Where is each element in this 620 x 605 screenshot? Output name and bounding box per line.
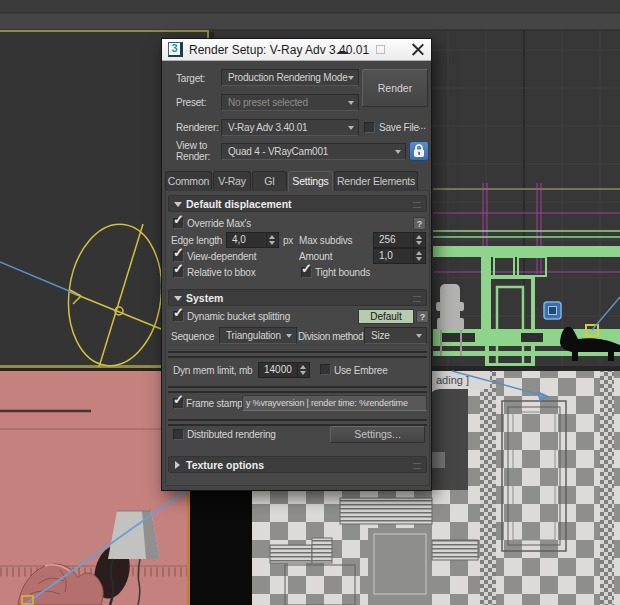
- check-icon: ✓: [173, 245, 184, 260]
- relative-to-bbox-checkbox[interactable]: ✓: [173, 267, 184, 278]
- rollout-title: Default displacement: [186, 198, 292, 210]
- rollout-texture-options[interactable]: Texture options: [168, 456, 427, 473]
- target-label: Target:: [176, 73, 205, 84]
- spinner-value: 14000: [264, 364, 292, 375]
- view-to-render-label-1: View to: [176, 140, 207, 151]
- override-maxs-checkbox[interactable]: ✓: [173, 218, 184, 229]
- close-button[interactable]: [405, 39, 431, 60]
- chevron-right-icon: [175, 461, 180, 469]
- maximize-button[interactable]: [368, 39, 394, 60]
- spinner-value: 256: [379, 234, 396, 245]
- viewport-bottom-left[interactable]: [0, 371, 188, 605]
- help-button[interactable]: ?: [416, 310, 429, 323]
- spinner-buttons[interactable]: [297, 363, 308, 377]
- spinner-buttons[interactable]: [413, 233, 424, 247]
- spin-down-icon: [269, 241, 275, 245]
- frame-stamp-checkbox[interactable]: ✓: [173, 398, 184, 409]
- spinner-buttons[interactable]: [266, 233, 277, 247]
- minimize-button[interactable]: [330, 39, 356, 60]
- minimize-icon: [338, 52, 348, 54]
- save-file-checkbox[interactable]: [364, 122, 375, 133]
- preset-label: Preset:: [176, 97, 206, 108]
- chevron-down-icon: [174, 296, 182, 301]
- save-file-label: Save File: [379, 122, 419, 133]
- chevron-down-icon: [348, 76, 354, 80]
- renderer-label: Renderer:: [176, 122, 219, 133]
- default-button[interactable]: Default: [358, 309, 414, 324]
- spin-up-icon: [300, 365, 306, 369]
- 3dsmax-logo-icon: 3: [168, 42, 183, 57]
- divider: [168, 386, 427, 393]
- checker-jamb-strip: [480, 371, 496, 605]
- rollout-default-displacement[interactable]: Default displacement: [168, 195, 427, 212]
- dyn-mem-spinner[interactable]: 14000: [258, 362, 310, 378]
- use-embree-checkbox[interactable]: [320, 364, 331, 375]
- lock-icon: [413, 144, 425, 157]
- dr-settings-button[interactable]: Settings...: [330, 426, 425, 443]
- divider: [168, 351, 427, 358]
- tight-bounds-checkbox[interactable]: ✓: [301, 267, 312, 278]
- rollout-title: System: [186, 292, 223, 304]
- dyn-mem-label: Dyn mem limit, mb: [173, 365, 252, 376]
- chevron-down-icon: [416, 334, 422, 338]
- view-dependent-label: View-dependent: [187, 251, 256, 262]
- view-to-render-select[interactable]: Quad 4 - VRayCam001: [221, 143, 406, 160]
- max-subdivs-spinner[interactable]: 256: [373, 232, 426, 248]
- spin-down-icon: [416, 241, 422, 245]
- dark-panel-detail: [432, 452, 445, 468]
- distributed-rendering-checkbox[interactable]: [173, 429, 184, 440]
- maximize-icon: [376, 45, 385, 54]
- top-toolbar: [0, 0, 620, 30]
- render-button[interactable]: Render: [362, 69, 428, 107]
- frame-stamp-input[interactable]: y %vrayversion | render time: %rendertim…: [242, 395, 427, 411]
- chevron-down-icon: [348, 126, 354, 130]
- dialog-titlebar[interactable]: 3 Render Setup: V-Ray Adv 3.40.01: [162, 39, 431, 61]
- view-to-render-label-2: Render:: [176, 151, 210, 162]
- preset-value: No preset selected: [228, 97, 308, 108]
- spinner-value: 4,0: [232, 234, 246, 245]
- amount-spinner[interactable]: 1,0: [373, 248, 426, 264]
- renderer-value: V-Ray Adv 3.40.01: [228, 122, 307, 133]
- division-method-select[interactable]: Size: [364, 327, 427, 344]
- division-method-label: Division method: [298, 331, 363, 342]
- spin-down-icon: [300, 371, 306, 375]
- sequence-select[interactable]: Triangulation: [219, 327, 297, 344]
- save-file-more-button[interactable]: ...: [418, 120, 426, 131]
- sequence-label: Sequence: [171, 331, 214, 342]
- rollout-system[interactable]: System: [168, 289, 427, 306]
- spin-down-icon: [416, 257, 422, 261]
- tab-settings[interactable]: Settings: [288, 171, 333, 191]
- tab-gi[interactable]: GI: [252, 171, 287, 190]
- spin-up-icon: [416, 235, 422, 239]
- rollout-title: Texture options: [186, 459, 264, 471]
- spin-up-icon: [269, 235, 275, 239]
- tab-vray[interactable]: V-Ray: [213, 171, 251, 190]
- check-icon: ✓: [173, 261, 184, 276]
- help-button[interactable]: ?: [413, 217, 426, 230]
- lock-view-button[interactable]: [409, 141, 429, 161]
- target-value: Production Rendering Mode: [228, 72, 348, 83]
- viewport-shading-label[interactable]: ading ]: [436, 374, 469, 386]
- override-maxs-label: Override Max's: [187, 218, 251, 229]
- preset-select[interactable]: No preset selected: [221, 94, 359, 111]
- check-icon: ✓: [173, 212, 184, 227]
- close-icon: [412, 43, 424, 55]
- renderer-select[interactable]: V-Ray Adv 3.40.01: [221, 119, 359, 136]
- dynamic-bucket-label: Dynamic bucket splitting: [187, 311, 290, 322]
- chevron-down-icon: [348, 101, 354, 105]
- spinner-buttons[interactable]: [413, 249, 424, 263]
- divider: [168, 419, 427, 426]
- dynamic-bucket-checkbox[interactable]: ✓: [173, 311, 184, 322]
- use-embree-label: Use Embree: [334, 365, 388, 376]
- chevron-down-icon: [286, 334, 292, 338]
- edge-length-spinner[interactable]: 4,0: [226, 232, 279, 248]
- target-select[interactable]: Production Rendering Mode: [221, 69, 359, 86]
- grip-icon: [413, 202, 421, 208]
- check-icon: ✓: [173, 392, 184, 407]
- selection-bracket-icon: [544, 302, 561, 319]
- chevron-down-icon: [395, 150, 401, 154]
- tab-common[interactable]: Common: [165, 171, 212, 190]
- spinner-value: 1,0: [379, 250, 393, 261]
- chevron-down-icon: [174, 202, 182, 207]
- tab-render-elements[interactable]: Render Elements: [334, 171, 418, 190]
